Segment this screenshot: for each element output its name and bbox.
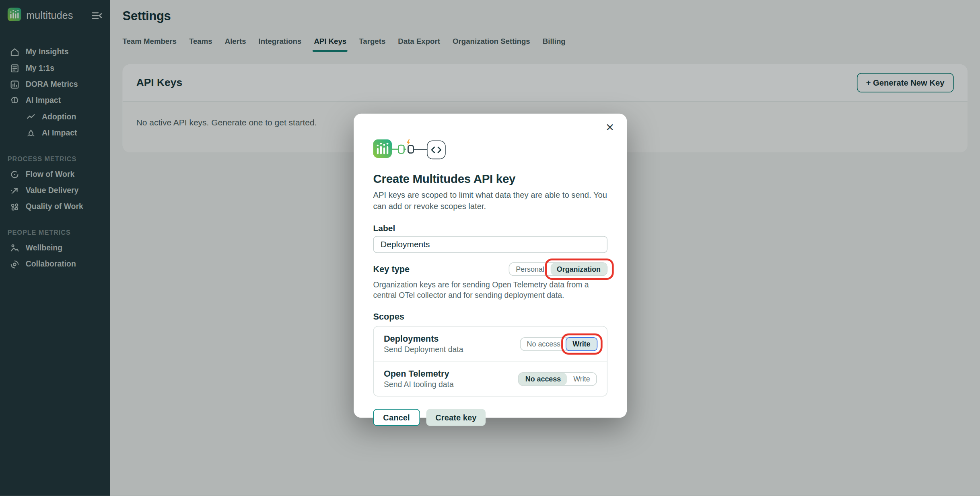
- key-type-label: Key type: [373, 264, 410, 274]
- scope-row-deployments: Deployments Send Deployment data No acce…: [374, 327, 607, 361]
- scopes-list: Deployments Send Deployment data No acce…: [373, 326, 607, 397]
- create-api-key-modal: ✕: [354, 114, 627, 418]
- modal-description: API keys are scoped to limit what data t…: [373, 190, 607, 213]
- modal-title: Create Multitudes API key: [373, 172, 607, 186]
- open-telemetry-write-option[interactable]: Write: [567, 373, 596, 385]
- close-icon[interactable]: ✕: [603, 120, 617, 135]
- key-type-help-text: Organization keys are for sending Open T…: [373, 280, 607, 301]
- scope-row-open-telemetry: Open Telemetry Send AI tooling data No a…: [374, 361, 607, 396]
- scopes-label: Scopes: [373, 312, 607, 322]
- label-input[interactable]: [373, 236, 607, 253]
- screen: multitudes My Insights My 1:1s DORA Metr…: [0, 0, 980, 496]
- modal-actions: Cancel Create key: [373, 409, 607, 426]
- deployments-access-segmented-control: No access Write: [520, 337, 597, 351]
- open-telemetry-access-segmented-control: No access Write: [519, 372, 597, 386]
- key-type-segmented-control: Personal Organization: [509, 262, 607, 276]
- deployments-no-access-option[interactable]: No access: [521, 338, 566, 350]
- cancel-button[interactable]: Cancel: [373, 409, 420, 426]
- code-brackets-icon: [427, 141, 446, 160]
- key-type-option-personal[interactable]: Personal: [510, 263, 551, 275]
- label-field-label: Label: [373, 223, 607, 233]
- scope-name: Deployments: [384, 334, 463, 344]
- key-type-option-organization[interactable]: Organization: [550, 263, 607, 275]
- scope-description: Send Deployment data: [384, 346, 463, 355]
- key-type-row: Key type Personal Organization: [373, 262, 607, 276]
- app-window: multitudes My Insights My 1:1s DORA Metr…: [0, 0, 980, 496]
- open-telemetry-no-access-option[interactable]: No access: [519, 373, 567, 385]
- connector-plug-icon: [392, 139, 427, 161]
- scope-description: Send AI tooling data: [384, 381, 454, 389]
- modal-logo-strip: [373, 114, 607, 161]
- deployments-write-option[interactable]: Write: [566, 337, 597, 351]
- multitudes-logo-icon: [373, 139, 392, 160]
- create-key-button[interactable]: Create key: [426, 409, 486, 426]
- scope-name: Open Telemetry: [384, 369, 454, 379]
